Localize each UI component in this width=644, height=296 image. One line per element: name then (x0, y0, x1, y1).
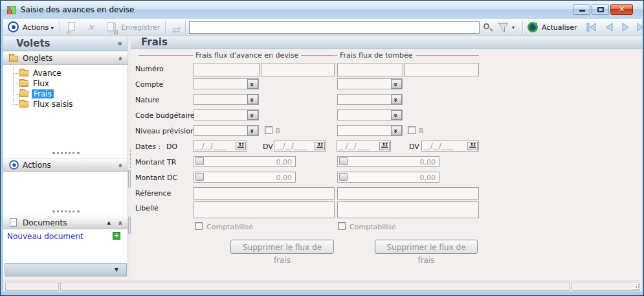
group-header-documents[interactable]: Documents ▲ » (3, 216, 128, 229)
sidebar-collapse-icon[interactable]: « (117, 39, 122, 48)
date-dv-avance[interactable]: __/__/____ 31 (274, 141, 326, 152)
actions-menu-button[interactable]: Actions ▾ (23, 23, 54, 32)
comptabilise-checkbox-tombee[interactable] (338, 222, 346, 230)
combo-dropdown-button[interactable]: » (391, 95, 402, 104)
filter-icon[interactable] (497, 23, 510, 33)
nav-last-button[interactable] (635, 22, 644, 32)
add-icon[interactable]: + (113, 232, 120, 240)
nav-first-button[interactable] (585, 22, 598, 32)
actions-target-icon (8, 21, 19, 32)
toolbar-separator (165, 21, 166, 34)
arrow-up-icon[interactable]: ▲ (107, 220, 111, 225)
toolbar-separator (522, 21, 523, 34)
amount-picker-button[interactable] (195, 157, 204, 165)
calendar-icon[interactable]: 31 (379, 142, 390, 150)
minimize-button[interactable] (573, 4, 590, 15)
maximize-button[interactable] (592, 4, 609, 15)
combo-dropdown-button[interactable]: » (247, 79, 258, 89)
chevron-up-icon[interactable]: » (116, 56, 124, 61)
filter-dropdown-icon[interactable]: ▾ (512, 25, 515, 30)
label-date-do: DO (166, 142, 177, 151)
numero-field-1-tombee[interactable] (337, 63, 403, 76)
section-splitter[interactable] (52, 152, 80, 154)
chevron-up-icon[interactable]: » (116, 221, 124, 225)
delete-flux-frais-button-avance[interactable]: Supprimer le flux de frais (230, 240, 334, 254)
tree-item-avance[interactable]: Avance (3, 68, 128, 78)
libelle-field-avance[interactable] (194, 201, 335, 218)
montant-dc-field-avance[interactable]: 0,00 (194, 172, 296, 183)
combo-dropdown-button[interactable]: » (247, 126, 258, 135)
date-do-avance[interactable]: __/__/____ 31 (193, 141, 247, 152)
collapsed-panel-bar[interactable]: ▼ (5, 263, 127, 277)
comptabilise-checkbox-avance[interactable] (195, 222, 203, 230)
montant-dc-field-tombee[interactable]: 0,00 (337, 172, 439, 183)
group-header-actions[interactable]: Actions » (3, 158, 128, 172)
search-icon[interactable] (483, 23, 489, 29)
combo-dropdown-button[interactable]: » (247, 95, 258, 104)
montant-tr-field-avance[interactable]: 0,00 (194, 156, 296, 167)
compte-combo-tombee[interactable]: » (337, 78, 403, 89)
section-splitter[interactable] (52, 211, 80, 212)
main-header: Frais (131, 36, 642, 49)
compte-combo-avance[interactable]: » (194, 78, 259, 89)
nature-combo-avance[interactable]: » (194, 94, 259, 105)
code-budgetaire-combo-avance[interactable]: » (194, 109, 259, 120)
numero-field-2-avance[interactable] (261, 63, 335, 76)
nature-combo-tombee[interactable]: » (337, 94, 403, 105)
sidebar: Volets « Onglets » Avance Flux (3, 36, 128, 277)
combo-dropdown-button[interactable]: » (391, 126, 402, 135)
r-checkbox-label: R (276, 127, 281, 135)
code-budgetaire-combo-tombee[interactable]: » (337, 109, 403, 120)
niveau-prevision-combo-avance[interactable]: » (194, 125, 259, 136)
niveau-prevision-combo-tombee[interactable]: » (337, 125, 403, 136)
combo-dropdown-button[interactable]: » (391, 110, 402, 120)
r-checkbox-avance[interactable] (265, 126, 272, 134)
calendar-icon[interactable]: 31 (467, 142, 478, 150)
numero-field-1-avance[interactable] (194, 63, 260, 76)
libelle-field-tombee[interactable] (337, 201, 479, 218)
tree-item-frais[interactable]: Frais (3, 89, 128, 99)
calendar-icon[interactable]: 31 (236, 142, 246, 150)
chevron-down-icon: » (248, 82, 256, 87)
chevron-down-icon: » (248, 113, 256, 118)
combo-dropdown-button[interactable]: » (247, 110, 258, 120)
montant-tr-field-tombee[interactable]: 0,00 (337, 156, 439, 167)
search-input[interactable] (189, 21, 480, 34)
label-dates: Dates : (135, 142, 161, 151)
date-dv-tombee[interactable]: __/__/____ 31 (421, 141, 479, 152)
group-header-onglets[interactable]: Onglets » (3, 51, 128, 65)
chevron-down-icon: » (248, 98, 256, 102)
resize-grip[interactable] (633, 284, 639, 290)
toolbar: Actions ▾ ★ ✕ Enregistrer ⇄ ▾ Actualiser (3, 19, 642, 36)
new-document-link[interactable]: Nouveau document (7, 232, 83, 241)
status-bar (3, 280, 642, 291)
chevron-up-icon[interactable]: » (116, 163, 124, 168)
nav-next-button[interactable] (619, 22, 632, 32)
date-do-tombee[interactable]: __/__/____ 31 (337, 141, 391, 152)
chevron-down-icon: » (392, 98, 400, 102)
numero-field-2-tombee[interactable] (404, 63, 479, 76)
nav-previous-button[interactable] (603, 22, 616, 32)
save-button[interactable]: Enregistrer (121, 23, 161, 32)
amount-picker-button[interactable] (339, 157, 348, 165)
reference-field-tombee[interactable] (337, 187, 479, 199)
amount-picker-button[interactable] (195, 173, 204, 181)
new-document-button[interactable]: ★ (67, 22, 78, 33)
amount-picker-button[interactable] (339, 173, 348, 181)
refresh-button[interactable]: ⇄ (172, 22, 183, 33)
actualiser-button[interactable]: Actualiser (542, 23, 577, 32)
tree-item-flux[interactable]: Flux (3, 78, 128, 89)
combo-dropdown-button[interactable]: » (391, 79, 402, 89)
delete-flux-frais-button-tombee[interactable]: Supprimer le flux de frais (375, 240, 478, 254)
refresh-circle-icon[interactable] (527, 22, 538, 32)
chevron-down-icon: » (392, 129, 400, 133)
delete-button[interactable]: ✕ (86, 22, 97, 33)
tree-item-flux-saisis[interactable]: Flux saisis (3, 99, 128, 109)
calendar-icon[interactable]: 31 (315, 142, 325, 150)
reference-field-avance[interactable] (194, 187, 335, 199)
close-button[interactable]: ✕ (610, 4, 633, 15)
lock-icon (114, 30, 118, 34)
chevron-down-icon: » (392, 82, 400, 87)
r-checkbox-tombee[interactable] (408, 126, 416, 134)
comptabilise-label: Comptabilisé (206, 223, 253, 231)
